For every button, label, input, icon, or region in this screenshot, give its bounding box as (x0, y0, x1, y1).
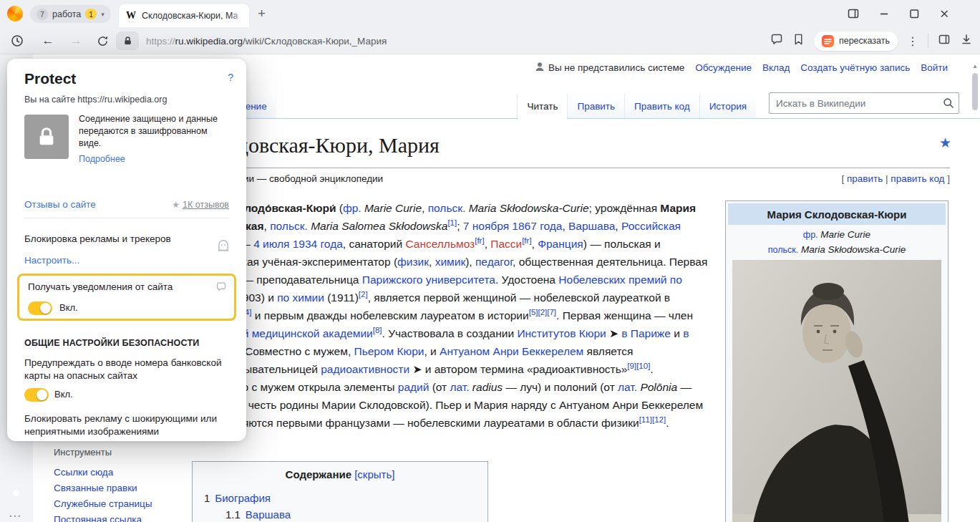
wiki-link[interactable]: химик (435, 256, 466, 268)
wiki-link[interactable]: 1934 года (293, 238, 343, 250)
scroll-up-icon[interactable]: ▲ (972, 63, 978, 69)
shocking-ads-label: Блокировать рекламу с шокирующими или не… (24, 412, 226, 438)
wiki-link[interactable]: [fr] (475, 236, 484, 245)
wiki-link[interactable]: Варшава (568, 220, 615, 232)
article-lead-paragraph: Мари́я Склодо́вская-Кюри́ (фр. Marie Cur… (192, 199, 709, 432)
tab-title: Склодовская-Кюри, Ма (142, 11, 238, 21)
tab-edit[interactable]: Править (567, 94, 624, 118)
browser-toolbar: ← → https://ru.wikipedia.org/wiki/Склодо… (0, 27, 980, 54)
table-of-contents: Содержание [скрыть] 1Биография 1.1Варшав… (192, 461, 488, 522)
toc-item: 1Биография (204, 490, 487, 506)
wiki-link[interactable]: польск. (768, 245, 798, 255)
wiki-link[interactable]: Парижского университета (362, 274, 495, 286)
reload-icon[interactable] (94, 27, 111, 54)
wiki-link[interactable]: лат. (618, 381, 637, 393)
sidebar-more-icon[interactable]: ⋯ (9, 508, 21, 522)
toc-link-warsaw[interactable]: Варшава (246, 508, 291, 521)
browser-window: 7 работа 1 ▾ W Склодовская-Кюри, Ма + (0, 0, 980, 522)
wiki-link[interactable]: радий (398, 381, 430, 393)
wiki-link[interactable]: [9][10] (627, 362, 650, 370)
wiki-link[interactable]: лат. (450, 381, 470, 393)
portrait-photo (732, 260, 941, 522)
configure-link[interactable]: Настроить... (24, 255, 79, 266)
tab-group[interactable]: 7 работа 1 ▾ (30, 5, 111, 23)
more-menu-icon[interactable]: ⋮ (907, 34, 918, 48)
help-link[interactable]: ? (228, 72, 233, 83)
wiki-link[interactable]: [fr] (522, 236, 531, 245)
summarize-button[interactable]: пересказать (814, 32, 898, 51)
wiki-link[interactable]: Пасси (490, 238, 522, 250)
comments-icon[interactable] (770, 33, 783, 49)
page-scrollbar[interactable]: ▲ (972, 62, 978, 519)
toc-link-biography[interactable]: Биография (215, 492, 271, 504)
wiki-link[interactable]: фр. (343, 202, 362, 214)
tab-group-count-badge: 7 (37, 9, 48, 20)
wiki-link[interactable]: 7 ноября (463, 220, 509, 232)
chevron-down-icon[interactable]: ▾ (101, 11, 105, 18)
new-tab-button[interactable]: + (258, 4, 266, 23)
downloads-icon[interactable] (960, 33, 973, 49)
wiki-link[interactable]: радиоактивности (321, 363, 409, 375)
history-icon[interactable] (9, 27, 26, 54)
side-panel-icon[interactable] (847, 7, 860, 20)
site-lock-button[interactable] (116, 32, 139, 50)
scrollbar-thumb[interactable] (972, 73, 978, 110)
notifications-setting-highlight: Получать уведомления от сайта Вкл. (17, 274, 236, 321)
notifications-state: Вкл. (59, 302, 78, 313)
tab-read[interactable]: Читать (517, 94, 567, 118)
wiki-link[interactable]: польск. (428, 202, 466, 214)
popup-divider (24, 218, 229, 218)
sidebar-link-special-pages[interactable]: Служебные страницы (54, 496, 152, 512)
wiki-link[interactable]: Институтов Кюри (517, 327, 606, 339)
forward-icon[interactable]: → (67, 27, 84, 54)
wiki-link[interactable]: Антуаном Анри Беккерелем (440, 345, 583, 357)
tab-history[interactable]: История (699, 94, 756, 118)
toc-item: 1.1Варшава (225, 506, 487, 522)
url-host: ru.wikipedia.org (175, 36, 243, 47)
sidebar-link-related-changes[interactable]: Связанные правки (54, 480, 152, 496)
wiki-link[interactable]: педагог (475, 256, 513, 268)
wiki-link[interactable]: [11][12] (639, 415, 666, 424)
wiki-link[interactable]: 1867 года (512, 220, 562, 232)
wiki-link[interactable]: Пьером Кюри (354, 345, 424, 357)
wiki-link[interactable]: править (847, 173, 883, 184)
wiki-link[interactable]: фр. (803, 230, 818, 240)
close-icon[interactable] (938, 8, 950, 19)
summarize-icon (822, 35, 834, 47)
minimize-icon[interactable] (878, 8, 890, 19)
profile-avatar[interactable] (7, 6, 23, 21)
wiki-link[interactable]: [1] (447, 218, 457, 227)
wiki-link[interactable]: Франция (538, 238, 583, 250)
bookmark-icon[interactable] (792, 33, 805, 49)
site-reviews-link[interactable]: Отзывы о сайте (24, 199, 96, 210)
notifications-toggle[interactable] (28, 301, 52, 315)
wiki-link[interactable]: [5][2][7] (529, 308, 556, 316)
details-link[interactable]: Подробнее (79, 154, 125, 164)
search-icon[interactable] (943, 97, 954, 112)
watch-star-icon[interactable]: ★ (939, 135, 951, 151)
tab-edit-source[interactable]: Править код (624, 94, 699, 118)
card-warning-toggle[interactable] (24, 388, 49, 402)
toc-title: Содержание (286, 468, 351, 480)
address-bar[interactable]: https://ru.wikipedia.org/wiki/Склодовска… (146, 27, 387, 54)
toc-hide-link[interactable]: [скрыть] (354, 468, 394, 480)
sidebar-link-permanent-link[interactable]: Постоянная ссылка (54, 512, 152, 522)
back-icon[interactable]: ← (39, 27, 57, 54)
secure-connection-text: Соединение защищено и данные передаются … (79, 113, 232, 150)
wiki-link[interactable]: по химии (277, 291, 324, 304)
wiki-link[interactable]: [8] (373, 326, 382, 334)
panels-icon[interactable] (938, 33, 951, 49)
wiki-link[interactable]: в Париже (621, 327, 671, 339)
wiki-link[interactable]: физик (397, 256, 429, 268)
reviews-count[interactable]: ★ 1К отзывов (172, 200, 229, 210)
wiki-link[interactable]: Санселльмоз (405, 238, 475, 250)
sidebar-link-whatlinkshere[interactable]: Ссылки сюда (54, 465, 152, 480)
maximize-icon[interactable] (908, 8, 920, 19)
active-tab[interactable]: W Склодовская-Кюри, Ма (119, 4, 249, 27)
wiki-link[interactable]: польск. (270, 220, 308, 232)
wiki-link[interactable]: править код (891, 173, 944, 184)
wiki-link[interactable]: [2] (359, 290, 368, 299)
search-input[interactable] (769, 92, 959, 114)
wikipedia-favicon: W (126, 10, 136, 21)
wiki-link[interactable]: 4 июля (253, 238, 289, 250)
